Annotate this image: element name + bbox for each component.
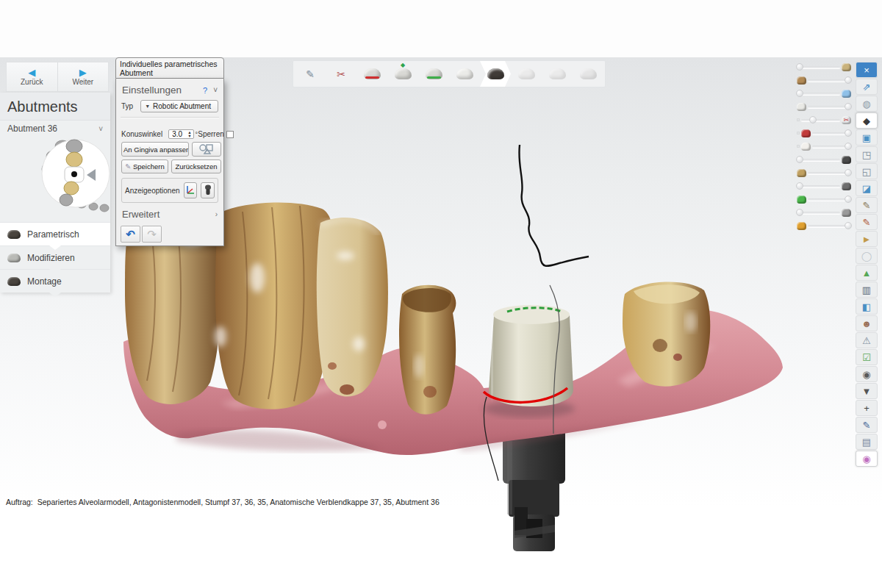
slider-thumb[interactable] <box>796 63 803 71</box>
slider-thumb[interactable] <box>796 90 803 97</box>
workflow-step-crown-step-3[interactable]: ◆ <box>542 61 573 87</box>
slider-thumb[interactable] <box>845 103 852 110</box>
axes-toggle-button[interactable] <box>184 182 198 198</box>
tab-label: Montage <box>27 276 62 287</box>
implant-toggle-button[interactable] <box>201 182 215 198</box>
toolbar-button-wax-knife-red[interactable]: ✎ <box>856 214 878 230</box>
workflow-step-insertion-direction[interactable]: ◆ <box>387 61 418 87</box>
tab-parametrisch[interactable]: Parametrisch <box>0 222 110 245</box>
toolbar-button-ghost-tooth[interactable]: ◯ <box>856 248 878 264</box>
workflow-step-crown-design[interactable]: ◆ <box>449 61 480 87</box>
workflow-step-sectioning[interactable]: ✂ ◆ <box>326 61 356 87</box>
slider-track[interactable] <box>797 212 840 214</box>
slider-track[interactable] <box>797 93 840 95</box>
redo-button[interactable]: ↷ <box>142 226 162 243</box>
chevron-down-icon: ˅ <box>98 125 103 133</box>
slider-track[interactable] <box>808 106 851 108</box>
toolbar-button-measure-axes[interactable]: + <box>856 400 878 416</box>
parametric-abutment-dialog[interactable]: Individuelles parametrisches Abutment Ei… <box>115 57 224 246</box>
workflow-step-abutment-design[interactable]: ◆ <box>480 61 511 87</box>
workflow-step-margin-check[interactable]: ◆ <box>418 61 449 87</box>
toolbar-button-occlusion-view[interactable]: ▼ <box>856 383 878 399</box>
toolbar-button-view-layout-3[interactable]: ◪ <box>856 180 878 196</box>
toolbar-button-insertion-view[interactable]: ▲ <box>856 265 878 281</box>
slider-track[interactable] <box>797 66 840 68</box>
workflow-step-crown-step-2[interactable]: ◆ <box>511 61 542 87</box>
tooth-37[interactable] <box>66 152 82 167</box>
back-button[interactable]: ◀ Zurück <box>7 62 57 91</box>
slider-thumb[interactable] <box>796 182 803 190</box>
dialog-title[interactable]: Individuelles parametrisches Abutment <box>115 57 224 79</box>
konuswinkel-spinner[interactable]: 3.0 ▲▼ <box>168 129 193 139</box>
slider-thumb[interactable] <box>796 156 803 163</box>
toolbar-button-annotation[interactable]: ✎ <box>856 417 878 433</box>
toolbar-button-gallery[interactable]: ▤ <box>856 434 878 450</box>
erweitert-expander[interactable]: Erweitert › <box>122 209 218 220</box>
geometry-button[interactable] <box>192 142 221 157</box>
workflow-step-abutment-step-2[interactable]: ◆ <box>573 61 603 87</box>
abutment-icon <box>7 230 21 239</box>
molar-tooth-right[interactable] <box>623 282 710 387</box>
slider-track[interactable] <box>808 225 851 227</box>
tab-notch <box>49 293 61 297</box>
toolbar-button-approve[interactable]: ☑ <box>856 349 878 365</box>
slider-thumb[interactable] <box>809 116 817 123</box>
tooth-chart[interactable] <box>0 137 110 219</box>
toolbar-button-copy-view[interactable]: ▣ <box>856 129 878 146</box>
slider-track[interactable] <box>808 172 851 174</box>
slider-track[interactable] <box>812 146 851 148</box>
toolbar-button-screenshot[interactable]: ◉ <box>856 366 878 382</box>
slider-thumb[interactable] <box>845 169 852 176</box>
slider-thumb[interactable] <box>845 76 852 84</box>
collapse-icon[interactable]: ˅ <box>213 86 218 94</box>
slider-thumb[interactable] <box>845 143 852 150</box>
slider-track[interactable] <box>808 79 851 82</box>
typ-dropdown[interactable]: ▼ Robotic Abutment <box>140 100 218 112</box>
toolbar-button-view-layout-1[interactable]: ◳ <box>856 146 878 162</box>
slider-thumb[interactable] <box>796 209 803 216</box>
toolbar-button-cross-section[interactable]: ◧ <box>856 298 878 315</box>
slider-thumb[interactable] <box>845 222 852 229</box>
model-part-icon <box>842 90 851 98</box>
toolbar-button-close[interactable]: × <box>856 62 878 78</box>
workflow-step-margin-line[interactable]: ◆ <box>356 61 387 87</box>
help-icon[interactable]: ? <box>203 86 207 95</box>
spinner-arrows-icon[interactable]: ▲▼ <box>187 130 192 138</box>
toolbar-button-color-wheel[interactable]: ◉ <box>856 451 878 467</box>
toolbar-button-wax-knife[interactable]: ✎ <box>856 197 878 213</box>
toolbar-icon: ◱ <box>862 167 871 176</box>
toolbar-button-patient-photo[interactable]: ☻ <box>856 315 878 331</box>
toolbar-button-tutorial-cap[interactable]: ◆ <box>856 112 878 129</box>
prepared-stump[interactable] <box>399 285 456 415</box>
slider-track[interactable] <box>808 198 851 201</box>
slider-track[interactable] <box>797 185 840 187</box>
abutment-icon <box>7 254 21 262</box>
speichern-button[interactable]: ✎ Speichern <box>121 159 168 173</box>
forward-button[interactable]: ▶ Weiter <box>57 62 109 91</box>
slider-track[interactable] <box>801 119 840 121</box>
model-part-icon <box>797 76 806 85</box>
sperren-checkbox[interactable] <box>226 131 234 138</box>
abutment-36[interactable] <box>484 305 575 417</box>
toolbar-button-measure-ruler[interactable]: ▥ <box>856 282 878 298</box>
tooth-step-icon: ◆ <box>395 68 412 79</box>
forward-arrow-icon: ▶ <box>79 68 87 77</box>
toolbar-button-fit-view[interactable]: ⇗ <box>856 79 878 95</box>
abutment-selector[interactable]: Abutment 36 ˅ <box>0 121 110 137</box>
slider-track[interactable] <box>812 132 851 135</box>
workflow-step-scan-design[interactable]: ✎ ◆ <box>295 61 326 87</box>
toolbar-button-view-layout-2[interactable]: ◱ <box>856 163 878 179</box>
toolbar-button-tooth-pick[interactable]: ► <box>856 231 878 247</box>
slider-track[interactable] <box>797 159 840 161</box>
gingiva-anpassen-button[interactable]: An Gingiva anpassen <box>121 142 189 157</box>
slider-thumb[interactable] <box>845 129 852 137</box>
toolbar-button-warning[interactable]: ⚠ <box>856 332 878 348</box>
undo-button[interactable]: ↶ <box>121 226 140 243</box>
shapes-icon <box>198 144 215 154</box>
tab-label: Modifizieren <box>27 253 75 263</box>
slider-thumb[interactable] <box>845 196 852 203</box>
tooth-35[interactable] <box>64 182 79 195</box>
zuruecksetzen-button[interactable]: Zurücksetzen <box>171 159 221 173</box>
toolbar-icon: ▲ <box>862 268 872 278</box>
toolbar-button-rotate-3d[interactable]: ◍ <box>856 96 878 112</box>
